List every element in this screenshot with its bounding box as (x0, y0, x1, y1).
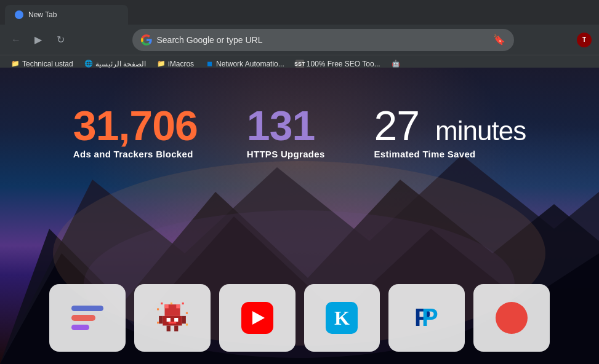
red-circle (496, 302, 528, 334)
svg-rect-7 (176, 304, 180, 308)
tile-youtube[interactable] (219, 284, 295, 352)
active-tab[interactable]: New Tab (5, 5, 128, 25)
tile-extensions[interactable] (49, 284, 126, 352)
globe-icon: 🌐 (84, 60, 93, 68)
ads-blocked-label: Ads and Trackers Blocked (73, 149, 193, 159)
tab-label: New Tab (28, 10, 57, 19)
svg-rect-6 (164, 304, 168, 308)
back-button[interactable]: ← (7, 31, 25, 49)
tab-bar: New Tab (0, 0, 599, 25)
svg-rect-20 (171, 303, 172, 304)
stats-section: 31,706 Ads and Trackers Blocked 131 HTTP… (0, 105, 599, 159)
profile-icon[interactable]: T (577, 33, 592, 47)
tile-klarna[interactable]: K (304, 284, 380, 352)
folder-icon: 📁 (157, 60, 166, 68)
svg-rect-15 (174, 326, 178, 331)
extensions-icon (69, 299, 106, 336)
address-bar[interactable]: Search Google or type URL 🔖 (132, 29, 514, 51)
sst-icon: SST (295, 60, 304, 68)
main-content: 31,706 Ads and Trackers Blocked 131 HTTP… (0, 68, 599, 364)
svg-rect-16 (157, 308, 159, 310)
youtube-icon (239, 299, 276, 336)
bookmark-label: iMacros (168, 60, 194, 68)
youtube-logo (241, 302, 273, 334)
time-saved-number: 27 minutes (374, 105, 526, 146)
nav-bar: ← ▶ ↻ Search Google or type URL 🔖 T (0, 25, 599, 55)
square-icon: ◼ (205, 60, 214, 68)
stat-ads-blocked: 31,706 Ads and Trackers Blocked (73, 105, 198, 159)
svg-rect-10 (174, 318, 178, 322)
ads-blocked-number: 31,706 (73, 105, 198, 146)
address-bar-container: Search Google or type URL 🔖 (132, 29, 514, 51)
tile-reddot[interactable] (473, 284, 550, 352)
time-unit: minutes (435, 116, 526, 146)
youtube-play-icon (252, 311, 265, 325)
tile-robot[interactable] (134, 284, 211, 352)
svg-rect-21 (157, 322, 159, 323)
browser-chrome: New Tab ← ▶ ↻ Search Google or type URL … (0, 0, 599, 68)
svg-rect-18 (161, 303, 163, 304)
address-text: Search Google or type URL (157, 35, 488, 45)
forward-button[interactable]: ▶ (30, 31, 47, 49)
svg-rect-17 (186, 312, 188, 314)
bookmark-icon: 🔖 (493, 34, 505, 46)
klarna-logo: K (326, 302, 358, 334)
https-upgrades-label: HTTPS Upgrades (247, 149, 325, 159)
klarna-icon: K (323, 299, 360, 336)
reload-button[interactable]: ↻ (52, 31, 69, 49)
tiles-section: K P P (0, 284, 599, 352)
svg-rect-12 (159, 316, 163, 324)
google-logo-icon (141, 34, 152, 46)
paypal-icon: P P (408, 299, 445, 336)
svg-rect-8 (163, 316, 182, 326)
robot-icon: 🤖 (392, 60, 400, 68)
time-saved-label: Estimated Time Saved (374, 149, 476, 159)
stat-time-saved: 27 minutes Estimated Time Saved (374, 105, 526, 159)
folder-icon: 📁 (11, 60, 20, 68)
svg-rect-9 (166, 318, 170, 322)
https-upgrades-number: 131 (247, 105, 315, 146)
stat-https-upgrades: 131 HTTPS Upgrades (247, 105, 325, 159)
svg-rect-14 (166, 326, 170, 331)
tab-favicon (15, 10, 23, 19)
reddot-icon (493, 299, 530, 336)
svg-rect-19 (182, 303, 183, 304)
svg-rect-13 (182, 316, 185, 324)
svg-rect-11 (169, 322, 177, 323)
bookmark-label: Network Automatio... (216, 60, 284, 68)
bookmark-label: الصفحة الرئيسية (95, 60, 146, 68)
bookmark-label: Technical ustad (22, 60, 73, 68)
robot-tile-icon (154, 299, 191, 336)
svg-rect-22 (186, 323, 188, 325)
tile-paypal[interactable]: P P (388, 284, 465, 352)
bookmark-label: 100% Free SEO Too... (307, 60, 380, 68)
svg-text:P: P (422, 304, 438, 331)
